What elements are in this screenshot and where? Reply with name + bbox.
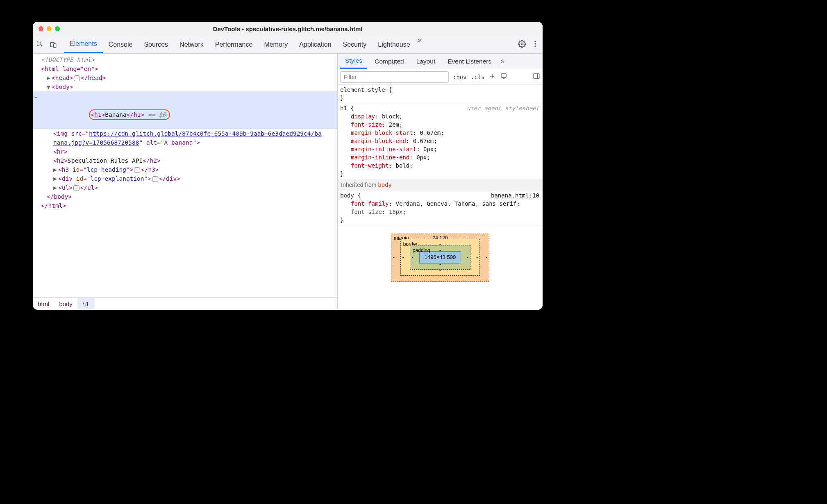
settings-icon[interactable] (518, 40, 526, 50)
kebab-icon[interactable] (531, 40, 539, 50)
source-link[interactable]: banana.html:10 (491, 191, 539, 200)
main-tabs: Elements Console Sources Network Perform… (64, 36, 423, 53)
main-area: <!DOCTYPE html> <html lang="en"> ▶<head>… (33, 54, 543, 310)
selected-node[interactable]: ⋯ <h1>Banana</h1> == $0 (33, 91, 337, 129)
h3-node[interactable]: ▶<h3 id="lcp-heading">⋯</h3> (33, 165, 337, 174)
inspect-icon[interactable] (36, 41, 44, 49)
ul-node[interactable]: ▶<ul>⋯</ul> (33, 183, 337, 192)
traffic-lights (33, 26, 60, 31)
inherited-separator: Inherited from body (338, 179, 543, 191)
h2-node[interactable]: <h2>Speculation Rules API</h2> (33, 156, 337, 165)
styles-filter-input[interactable] (340, 71, 449, 83)
box-padding[interactable]: padding - - - 1496×43.500 - (410, 245, 470, 270)
body-rule[interactable]: body {banana.html:10 font-family: Verdan… (338, 191, 543, 225)
svg-point-4 (534, 41, 536, 42)
body-close[interactable]: </body> (47, 193, 72, 200)
dom-tree[interactable]: <!DOCTYPE html> <html lang="en"> ▶<head>… (33, 54, 337, 297)
tab-network[interactable]: Network (174, 36, 209, 53)
doctype: <!DOCTYPE html> (41, 57, 95, 63)
expand-icon[interactable]: ▶ (53, 183, 58, 192)
svg-rect-7 (501, 74, 506, 77)
h1-rule[interactable]: h1 {user agent stylesheet display: block… (338, 103, 543, 179)
devtools-window: DevTools - speculative-rules.glitch.me/b… (33, 22, 543, 310)
crumb-body[interactable]: body (54, 298, 77, 310)
collapse-icon[interactable]: ▼ (47, 82, 52, 91)
box-border[interactable]: border - - - padding - - - 1496×43.500 (400, 239, 480, 276)
ellipsis-icon[interactable]: ⋯ (152, 176, 158, 182)
breadcrumbs: html body h1 (33, 297, 337, 310)
svg-rect-8 (534, 74, 539, 79)
hov-toggle[interactable]: :hov (453, 74, 467, 80)
main-tabbar: Elements Console Sources Network Perform… (33, 36, 543, 54)
expand-icon[interactable]: ▶ (53, 165, 58, 174)
hr-node[interactable]: <hr> (53, 148, 68, 155)
ellipsis-icon[interactable]: ⋯ (74, 75, 80, 81)
tab-application[interactable]: Application (293, 36, 337, 53)
expand-icon[interactable]: ▶ (53, 174, 58, 183)
div-node[interactable]: ▶<div id="lcp-explanation">⋯</div> (33, 174, 337, 183)
ellipsis-icon[interactable]: ⋯ (73, 185, 80, 191)
crumb-html[interactable]: html (33, 298, 54, 310)
img-node[interactable]: <img src="https://cdn.glitch.global/87b4… (33, 129, 337, 138)
toggle-sidebar-icon[interactable] (533, 73, 540, 82)
titlebar: DevTools - speculative-rules.glitch.me/b… (33, 22, 543, 36)
subtab-layout[interactable]: Layout (411, 54, 441, 69)
svg-point-5 (534, 43, 536, 44)
subtabs-overflow-icon[interactable]: » (499, 57, 506, 66)
side-tabs: Styles Computed Layout Event Listeners » (338, 54, 543, 69)
tab-memory[interactable]: Memory (258, 36, 293, 53)
tab-console[interactable]: Console (103, 36, 139, 53)
new-style-rule-icon[interactable] (488, 73, 496, 82)
tab-elements[interactable]: Elements (64, 36, 103, 53)
row-menu-icon[interactable]: ⋯ (34, 93, 37, 102)
html-close[interactable]: </html> (41, 202, 66, 209)
svg-rect-0 (37, 42, 41, 45)
subtab-event-listeners[interactable]: Event Listeners (443, 54, 496, 69)
tab-sources[interactable]: Sources (138, 36, 174, 53)
crumb-h1[interactable]: h1 (77, 298, 94, 310)
svg-rect-2 (54, 43, 56, 47)
box-model[interactable]: margin 24.120 - - border - - - padding (338, 225, 543, 282)
svg-point-6 (534, 45, 536, 47)
tab-security[interactable]: Security (337, 36, 372, 53)
html-open[interactable]: <html lang="en"> (41, 66, 98, 72)
window-title: DevTools - speculative-rules.glitch.me/b… (33, 25, 543, 32)
device-toggle-icon[interactable] (49, 41, 57, 49)
subtab-computed[interactable]: Computed (370, 54, 409, 69)
rendering-icon[interactable] (500, 73, 507, 82)
tab-performance[interactable]: Performance (209, 36, 259, 53)
ellipsis-icon[interactable]: ⋯ (134, 167, 140, 173)
cls-toggle[interactable]: .cls (471, 74, 485, 80)
subtab-styles[interactable]: Styles (340, 54, 367, 69)
tab-lighthouse[interactable]: Lighthouse (372, 36, 416, 53)
box-margin[interactable]: margin 24.120 - - border - - - padding (391, 233, 489, 282)
minimize-button[interactable] (47, 26, 52, 31)
svg-point-3 (521, 43, 523, 45)
expand-icon[interactable]: ▶ (47, 73, 52, 82)
maximize-button[interactable] (55, 26, 60, 31)
elements-panel: <!DOCTYPE html> <html lang="en"> ▶<head>… (33, 54, 338, 310)
element-style-rule[interactable]: element.style { } (338, 85, 543, 103)
styles-panel: Styles Computed Layout Event Listeners »… (338, 54, 543, 310)
body-open[interactable]: <body> (52, 84, 73, 90)
styles-filter-bar: :hov .cls (338, 69, 543, 85)
tabs-overflow-icon[interactable]: » (416, 36, 423, 53)
styles-list[interactable]: element.style { } h1 {user agent stylesh… (338, 85, 543, 310)
close-button[interactable] (39, 26, 43, 31)
